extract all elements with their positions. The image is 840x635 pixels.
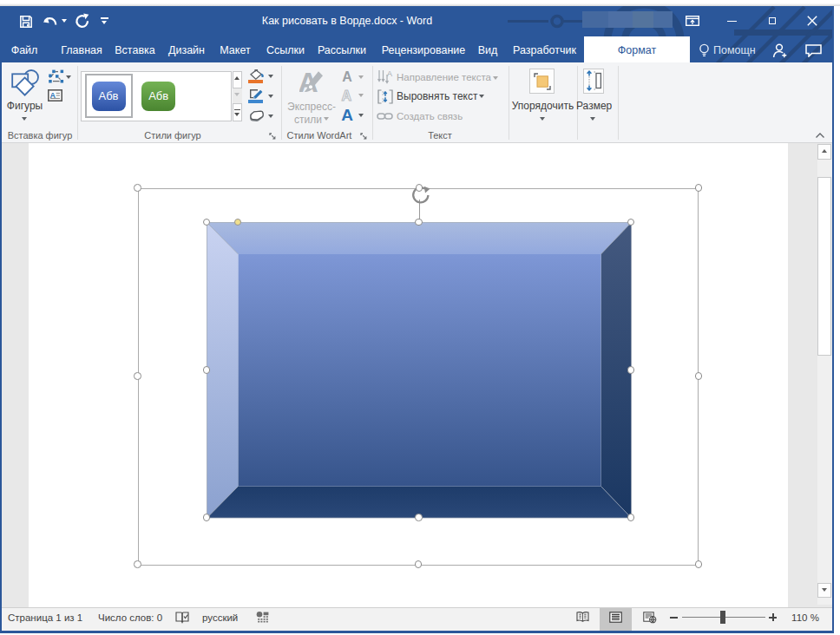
svg-text:А: А	[342, 88, 352, 102]
svg-text:A: A	[387, 69, 392, 78]
